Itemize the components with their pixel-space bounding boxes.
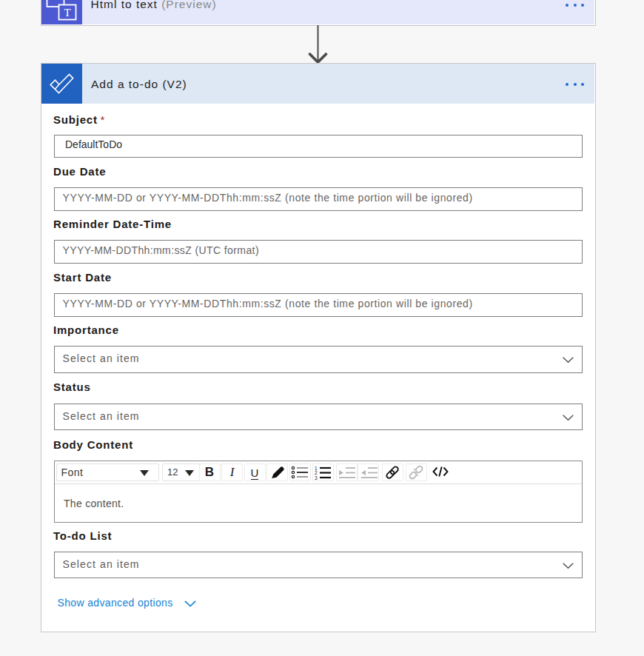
- svg-text:3: 3: [315, 475, 318, 480]
- svg-text:T: T: [64, 6, 70, 18]
